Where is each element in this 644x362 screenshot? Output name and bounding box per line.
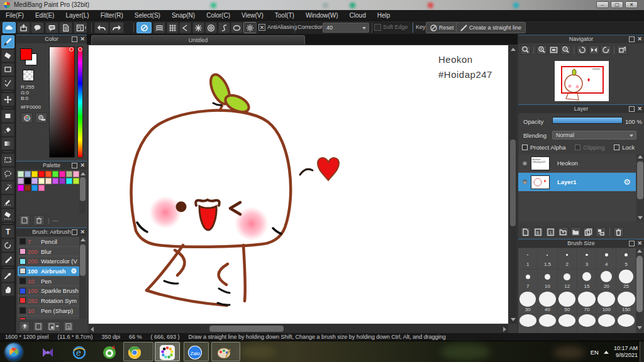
menu-snap[interactable]: Snap(N) — [166, 12, 201, 19]
snap-grid-button[interactable] — [167, 22, 179, 33]
tool-bucket[interactable] — [1, 123, 14, 136]
brush-size-30[interactable]: 30 — [518, 292, 538, 314]
rotate-cw-button[interactable] — [601, 45, 611, 55]
language-indicator[interactable]: EN — [591, 349, 599, 356]
brush-size-2[interactable]: 2 — [558, 248, 577, 270]
tool-select-eraser[interactable] — [1, 209, 14, 222]
chrome-icon[interactable] — [126, 344, 143, 361]
brush-size-50[interactable]: 50 — [558, 292, 577, 314]
upload-button[interactable] — [17, 22, 30, 33]
tool-dot-pen[interactable] — [1, 77, 14, 90]
close-icon[interactable]: ✕ — [80, 163, 85, 168]
tool-select-marquee[interactable] — [1, 153, 14, 167]
palette-color-swatch[interactable] — [18, 185, 24, 191]
maximize-button[interactable]: ▢ — [611, 1, 623, 8]
palette-color-swatch[interactable] — [18, 178, 24, 184]
brush-size-large[interactable] — [538, 314, 557, 333]
popout-icon[interactable] — [72, 163, 77, 168]
undo-button[interactable] — [94, 22, 109, 33]
palette-color-swatch[interactable] — [73, 178, 79, 184]
palette-color-swatch[interactable] — [52, 171, 58, 177]
palette-color-swatch[interactable] — [31, 171, 38, 177]
snap-parallel-button[interactable] — [153, 22, 165, 33]
tool-select-rect[interactable] — [1, 109, 14, 123]
palette-color-swatch[interactable] — [45, 178, 52, 184]
layer-scrollbar[interactable] — [636, 154, 644, 222]
document-button[interactable] — [59, 22, 72, 33]
brush-size-25[interactable]: 25 — [616, 270, 636, 292]
menu-tool[interactable]: Tool(T) — [269, 12, 300, 19]
layer-visibility-dot[interactable] — [523, 161, 527, 165]
duplicate-layer-button[interactable] — [583, 227, 594, 237]
palette-color-swatch[interactable] — [25, 171, 31, 177]
palette-color-swatch[interactable] — [18, 171, 24, 177]
palette-color-swatch[interactable] — [25, 178, 31, 184]
brush-size-1[interactable]: 1 — [518, 248, 538, 270]
canvas[interactable]: Heokon#Hoidap247 — [89, 45, 508, 324]
reset-view-button[interactable] — [617, 45, 628, 55]
comment-button[interactable] — [31, 22, 44, 33]
new-1bit-layer-button[interactable]: 1 — [545, 227, 556, 237]
brush-item-pencil[interactable]: 7Pencil — [18, 237, 79, 247]
internet-explorer-icon[interactable]: e — [70, 344, 87, 361]
transparent-color-swatch[interactable] — [23, 70, 34, 81]
palette-color-swatch[interactable] — [59, 171, 65, 177]
snap-settings-button[interactable] — [243, 22, 257, 33]
snap-vanish-button[interactable] — [179, 22, 191, 33]
close-icon[interactable]: ✕ — [80, 36, 85, 42]
palette-color-swatch[interactable] — [66, 171, 72, 177]
brush-item-sparkle-brush[interactable]: 100Sparkle Brush — [18, 286, 79, 296]
fit-screen-button[interactable] — [548, 45, 559, 55]
menu-select[interactable]: Select(S) — [129, 12, 166, 19]
merge-layer-button[interactable] — [596, 227, 606, 237]
palette-color-swatch[interactable] — [38, 171, 45, 177]
brush-scrollbar[interactable] — [79, 237, 86, 319]
antialiasing-checkbox[interactable]: ✕ — [258, 24, 265, 31]
layer-row-layer1[interactable]: Layer1⚙ — [518, 173, 636, 192]
saturation-value-picker[interactable] — [49, 47, 75, 158]
brush-size-5[interactable]: 5 — [616, 248, 636, 270]
palette-scrollbar[interactable] — [79, 171, 86, 214]
brush-size-large[interactable] — [518, 314, 538, 333]
snap-curve-button[interactable] — [218, 22, 230, 33]
navigator-viewport[interactable] — [561, 66, 604, 94]
tool-text[interactable]: T — [1, 225, 14, 238]
add-layer-menu-button[interactable] — [558, 227, 569, 237]
brush-size-4[interactable]: 4 — [597, 248, 616, 270]
soft-edge-checkbox[interactable] — [374, 24, 381, 31]
brush-size-100[interactable]: 100 — [597, 292, 616, 314]
color-mode-button[interactable] — [35, 112, 47, 123]
foreground-color-swatch[interactable] — [20, 48, 32, 60]
clipping-checkbox[interactable] — [575, 145, 580, 150]
palette-color-swatch[interactable] — [52, 178, 58, 184]
tool-magic-wand[interactable] — [1, 181, 14, 194]
opacity-slider[interactable] — [552, 117, 623, 124]
menu-window[interactable]: Window(W) — [300, 12, 344, 19]
delete-layer-button[interactable] — [613, 227, 624, 237]
tool-rotate-select[interactable] — [1, 239, 14, 252]
navigator-thumbnail[interactable] — [555, 61, 609, 101]
tool-rectangle[interactable] — [1, 63, 14, 76]
menu-help[interactable]: Help — [372, 12, 396, 19]
clock[interactable]: 10:17 AM9/8/2021 — [614, 345, 638, 359]
brush-item-rotation-sym[interactable]: 282Rotation Sym — [18, 296, 79, 306]
brush-item-pen[interactable]: 10Pen — [18, 277, 79, 287]
delete-palette-color-button[interactable] — [33, 215, 45, 226]
brush-size-40[interactable]: 40 — [538, 292, 557, 314]
brush-item-watercolor-v[interactable]: 200Watercolor (V — [18, 256, 79, 266]
zalo-icon[interactable]: Zalo — [186, 344, 203, 361]
close-icon[interactable]: ✕ — [637, 106, 642, 112]
hue-slider[interactable] — [77, 47, 83, 158]
palette-color-swatch[interactable] — [59, 178, 65, 184]
new-folder-button[interactable] — [570, 227, 581, 237]
snap-radial-button[interactable] — [192, 22, 204, 33]
canvas-tab[interactable]: Untitled — [91, 35, 305, 45]
brush-item-pen-sharp-[interactable]: 10Pen (Sharp) — [18, 306, 79, 316]
palette-color-swatch[interactable] — [38, 185, 45, 191]
brush-size-1.5[interactable]: 1.5 — [538, 248, 557, 270]
paint-icon[interactable] — [215, 344, 232, 361]
brush-size-large[interactable] — [577, 314, 597, 333]
brush-size-20[interactable]: 20 — [597, 270, 616, 292]
toolbar-divider-handle[interactable] — [84, 23, 87, 33]
brush-size-12[interactable]: 12 — [558, 270, 577, 292]
